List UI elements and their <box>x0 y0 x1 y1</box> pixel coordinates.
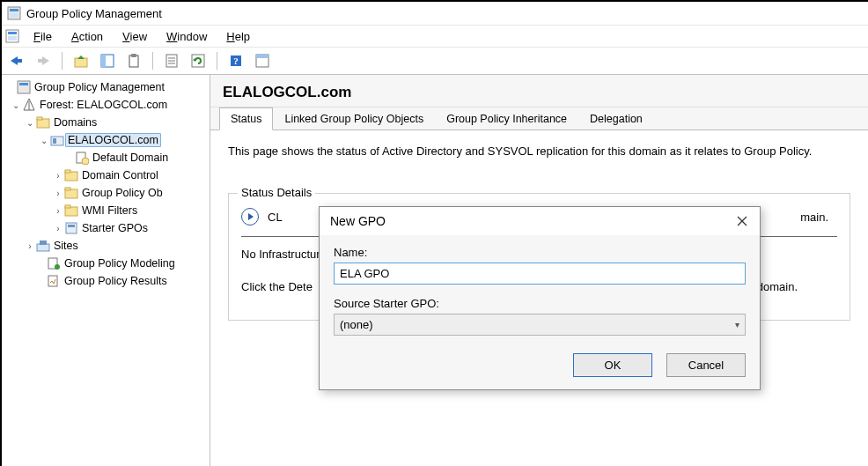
tree-domains-label: Domains <box>51 115 99 129</box>
status-line-right: main. <box>800 211 828 224</box>
tree-sites-label: Sites <box>51 239 81 253</box>
results-icon <box>46 274 62 288</box>
tree-starter-gpos[interactable]: › Starter GPOs <box>4 219 208 237</box>
cancel-button[interactable]: Cancel <box>666 353 746 377</box>
folder-icon <box>63 204 79 217</box>
close-icon[interactable] <box>735 214 749 228</box>
source-value: (none) <box>340 318 373 331</box>
gpm-root-icon <box>16 80 32 94</box>
svg-rect-20 <box>192 55 204 67</box>
name-input[interactable] <box>334 263 746 285</box>
back-button[interactable] <box>5 49 28 72</box>
modeling-icon <box>46 256 62 270</box>
svg-marker-11 <box>77 55 85 59</box>
tree-domain[interactable]: ⌄ ELALOGCOL.com <box>4 131 208 149</box>
new-gpo-dialog: New GPO Name: Source Starter GPO: (none)… <box>319 206 761 390</box>
tree-starter-label: Starter GPOs <box>79 221 151 235</box>
expand-icon[interactable]: ⌄ <box>39 136 49 145</box>
help-button[interactable]: ? <box>224 49 247 72</box>
menu-view[interactable]: View <box>114 27 156 46</box>
tree-default-domain[interactable]: Default Domain <box>4 149 208 166</box>
properties-button[interactable] <box>160 49 183 72</box>
svg-text:?: ? <box>233 55 239 66</box>
tree-dc-label: Domain Control <box>79 168 161 182</box>
tree-root[interactable]: Group Policy Management <box>4 78 208 96</box>
svg-rect-42 <box>66 223 77 233</box>
forest-icon <box>21 98 37 112</box>
svg-rect-1 <box>10 9 18 11</box>
svg-point-47 <box>55 264 60 270</box>
svg-rect-7 <box>17 59 22 63</box>
svg-rect-41 <box>65 205 70 208</box>
forward-button[interactable] <box>32 49 55 72</box>
starter-gpo-icon <box>63 221 79 235</box>
tree-modeling-label: Group Policy Modeling <box>62 256 178 270</box>
tree-root-label: Group Policy Management <box>32 80 167 94</box>
domain-icon <box>49 134 65 146</box>
ok-button[interactable]: OK <box>573 353 652 377</box>
tree-pane[interactable]: Group Policy Management ⌄ Forest: ELALOG… <box>2 75 210 466</box>
svg-rect-33 <box>53 138 56 144</box>
expand-icon[interactable]: ⌄ <box>11 100 21 110</box>
dialog-title: New GPO <box>330 214 386 228</box>
status-intro: This page shows the status of Active Dir… <box>228 144 850 158</box>
tree-forest-label: Forest: ELALOGCOL.com <box>37 98 170 112</box>
tab-linked-gpos[interactable]: Linked Group Policy Objects <box>273 107 435 130</box>
collapse-icon[interactable]: › <box>53 224 63 233</box>
svg-rect-2 <box>10 13 18 18</box>
tree-forest[interactable]: ⌄ Forest: ELALOGCOL.com <box>4 96 208 114</box>
tab-status[interactable]: Status <box>219 107 273 130</box>
tree-domain-label: ELALOGCOL.com <box>65 133 161 147</box>
window-titlebar: Group Policy Management <box>2 2 868 26</box>
toolbar-separator <box>62 52 63 70</box>
tab-delegation[interactable]: Delegation <box>578 107 654 130</box>
tree-results[interactable]: Group Policy Results <box>4 272 208 290</box>
menu-window[interactable]: Window <box>158 27 216 46</box>
play-icon[interactable] <box>241 208 259 226</box>
tree-sites[interactable]: › Sites <box>4 237 208 255</box>
clipboard-button[interactable] <box>122 49 145 72</box>
svg-point-35 <box>82 158 89 165</box>
menu-help[interactable]: Help <box>217 27 259 46</box>
svg-rect-31 <box>37 117 42 120</box>
toolbar-separator-2 <box>152 52 153 70</box>
expand-icon[interactable]: ⌄ <box>25 118 35 128</box>
app-icon <box>7 6 21 20</box>
up-level-button[interactable] <box>70 49 92 72</box>
svg-marker-6 <box>11 56 18 65</box>
collapse-icon[interactable]: › <box>53 189 63 198</box>
tree-default-domain-label: Default Domain <box>90 151 171 165</box>
tree-wmi-label: WMI Filters <box>79 203 140 218</box>
source-starter-gpo-combo[interactable]: (none) ▾ <box>334 314 746 336</box>
collapse-icon[interactable]: › <box>25 241 35 251</box>
menu-file[interactable]: File <box>25 27 61 46</box>
source-label: Source Starter GPO: <box>334 297 746 310</box>
svg-rect-25 <box>256 55 268 58</box>
svg-rect-5 <box>8 36 17 41</box>
tree-domains[interactable]: ⌄ Domains <box>4 114 208 131</box>
refresh-button[interactable] <box>187 49 210 72</box>
tree-domain-controllers[interactable]: › Domain Control <box>4 166 208 184</box>
svg-rect-48 <box>48 276 57 286</box>
tabs: Status Linked Group Policy Objects Group… <box>210 107 868 130</box>
tree-gpo-folder[interactable]: › Group Policy Ob <box>4 184 208 202</box>
svg-rect-4 <box>8 32 17 34</box>
toolbar: ? <box>2 48 868 75</box>
svg-rect-27 <box>19 83 28 85</box>
toolbar-separator-3 <box>217 52 217 70</box>
svg-rect-37 <box>65 170 70 173</box>
show-hide-tree-button[interactable] <box>96 49 119 72</box>
collapse-icon[interactable]: › <box>53 206 63 216</box>
collapse-icon[interactable]: › <box>53 171 63 181</box>
tree-gpo-label: Group Policy Ob <box>79 186 166 200</box>
svg-rect-9 <box>38 59 43 63</box>
filter-options-button[interactable] <box>251 49 274 72</box>
menu-action[interactable]: Action <box>63 27 112 46</box>
svg-rect-44 <box>37 244 49 251</box>
sites-icon <box>35 239 51 253</box>
tree-wmi-filters[interactable]: › WMI Filters <box>4 202 208 219</box>
folder-icon <box>35 116 51 129</box>
tree-modeling[interactable]: Group Policy Modeling <box>4 255 208 272</box>
menubar: File Action View Window Help <box>2 26 868 48</box>
tab-inheritance[interactable]: Group Policy Inheritance <box>435 107 578 130</box>
